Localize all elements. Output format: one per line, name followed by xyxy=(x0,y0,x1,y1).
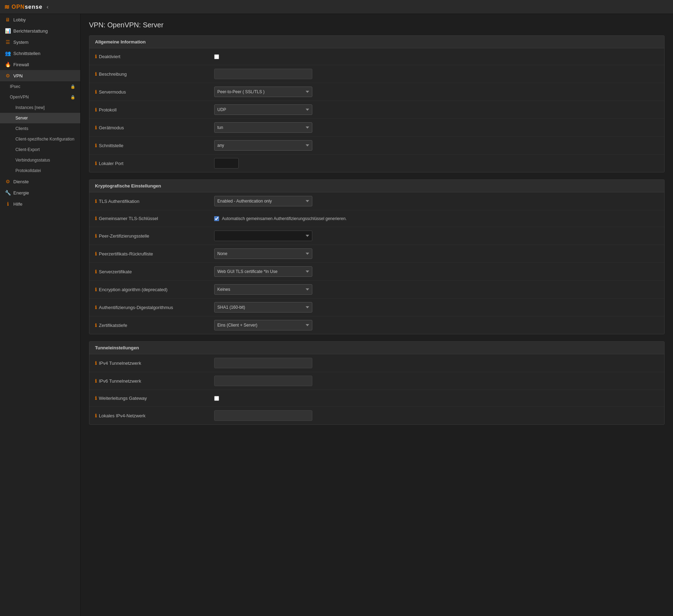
lock-icon: 🔒 xyxy=(70,95,75,100)
tls-auth-select[interactable]: Disabled Enabled - Authentication only E… xyxy=(214,196,312,206)
info-icon: ℹ xyxy=(95,378,97,384)
sidebar-item-system[interactable]: ☰ System xyxy=(0,36,80,48)
geraetemodus-select[interactable]: tun tap xyxy=(214,122,312,133)
sidebar-item-verbindungsstatus[interactable]: Verbindungsstatus xyxy=(0,155,80,165)
sidebar-item-dienste[interactable]: ⚙ Dienste xyxy=(0,176,80,187)
info-icon: ℹ xyxy=(95,54,97,59)
ipv6-tunnel-input[interactable] xyxy=(214,376,312,386)
lokales-ipv4-row: ℹ Lokales IPv4-Netzwerk xyxy=(89,407,664,424)
logo: ≋ OPNsense xyxy=(4,3,42,11)
sidebar-item-firewall[interactable]: 🔥 Firewall xyxy=(0,59,80,70)
beschreibung-control xyxy=(214,69,659,79)
logo-icon: ≋ xyxy=(4,3,9,11)
sidebar-item-label: VPN xyxy=(13,73,23,78)
cert-depth-label: ℹ Zertifikatstiefe xyxy=(95,323,214,328)
servermodus-label: ℹ Servermodus xyxy=(95,89,214,95)
firewall-icon: 🔥 xyxy=(5,62,11,67)
ipv4-tunnel-control xyxy=(214,358,659,368)
lobby-icon: 🖥 xyxy=(5,17,11,22)
sidebar-item-energie[interactable]: 🔧 Energie xyxy=(0,187,80,198)
protokoll-select[interactable]: UDP TCP UDP6 TCP6 xyxy=(214,104,312,115)
auth-digest-row: ℹ Authentifizierungs-Digestalgorithmus S… xyxy=(89,299,664,316)
auth-digest-control: SHA1 (160-bit) SHA256 (256-bit) SHA512 (… xyxy=(214,302,659,313)
schnittstelle-label: ℹ Schnittstelle xyxy=(95,143,214,148)
info-icon: ℹ xyxy=(95,107,97,112)
sidebar-item-label: Lobby xyxy=(13,17,26,22)
info-icon: ℹ xyxy=(95,143,97,148)
cert-depth-select[interactable]: Eins (Client + Server) Zwei Drei Vier Fü… xyxy=(214,320,312,330)
tls-auth-row: ℹ TLS Authentifikation Disabled Enabled … xyxy=(89,192,664,210)
lokaler-port-control xyxy=(214,158,659,169)
sidebar-item-instances-new[interactable]: Instances [new] xyxy=(0,102,80,113)
lokales-ipv4-control xyxy=(214,410,659,421)
geraetemodus-control: tun tap xyxy=(214,122,659,133)
sidebar-item-vpn[interactable]: ⚙ VPN xyxy=(0,70,80,81)
ipv4-tunnel-label: ℹ IPv4 Tunnelnetzwerk xyxy=(95,361,214,366)
general-section-header: Allgemeine Information xyxy=(89,36,664,48)
sidebar-item-client-export[interactable]: Client-Export xyxy=(0,144,80,155)
info-icon: ℹ xyxy=(95,251,97,256)
cert-depth-row: ℹ Zertifikatstiefe Eins (Client + Server… xyxy=(89,316,664,334)
tls-key-label: ℹ Gemeinsamer TLS-Schlüssel xyxy=(95,216,214,221)
server-cert-label: ℹ Serverzertifikate xyxy=(95,269,214,274)
info-icon: ℹ xyxy=(95,413,97,418)
system-icon: ☰ xyxy=(5,39,11,45)
sidebar-item-lobby[interactable]: 🖥 Lobby xyxy=(0,14,80,25)
info-icon: ℹ xyxy=(95,199,97,204)
sidebar-item-clients[interactable]: Clients xyxy=(0,123,80,134)
enc-algo-select[interactable]: Keines AES-128-CBC AES-256-CBC BF-CBC xyxy=(214,284,312,295)
info-icon: ℹ xyxy=(95,161,97,166)
dienste-icon: ⚙ xyxy=(5,179,11,184)
sidebar-item-client-config[interactable]: Client-spezifische Konfiguration xyxy=(0,134,80,144)
interfaces-icon: 👥 xyxy=(5,50,11,56)
sidebar-item-ipsec[interactable]: IPsec 🔒 xyxy=(0,81,80,92)
info-icon: ℹ xyxy=(95,216,97,221)
info-icon: ℹ xyxy=(95,323,97,328)
sidebar-item-label: Verbindungsstatus xyxy=(15,158,50,163)
beschreibung-input[interactable] xyxy=(214,69,312,79)
info-icon: ℹ xyxy=(95,71,97,77)
protokoll-row: ℹ Protokoll UDP TCP UDP6 TCP6 xyxy=(89,101,664,119)
sidebar: 🖥 Lobby 📊 Berichterstattung ☰ System 👥 S… xyxy=(0,14,81,616)
sidebar-item-label: Schnittstellen xyxy=(13,51,40,56)
weiterleitungs-gw-checkbox[interactable] xyxy=(214,396,219,401)
sidebar-item-hilfe[interactable]: ℹ Hilfe xyxy=(0,198,80,210)
sidebar-item-schnittstellen[interactable]: 👥 Schnittstellen xyxy=(0,48,80,59)
sidebar-item-label: Server xyxy=(15,116,28,121)
protokoll-control: UDP TCP UDP6 TCP6 xyxy=(214,104,659,115)
enc-algo-control: Keines AES-128-CBC AES-256-CBC BF-CBC xyxy=(214,284,659,295)
sidebar-item-protokolldatei[interactable]: Protokolldatei xyxy=(0,165,80,176)
deaktiviert-row: ℹ Deaktiviert xyxy=(89,48,664,65)
schnittstelle-row: ℹ Schnittstelle any WAN LAN OPT1 xyxy=(89,137,664,155)
tunnel-section-header: Tunneleinstellungen xyxy=(89,342,664,354)
ipv4-tunnel-input[interactable] xyxy=(214,358,312,368)
lokaler-port-input[interactable] xyxy=(214,158,239,169)
sidebar-item-label: Protokolldatei xyxy=(15,168,41,173)
sidebar-item-label: Client-Export xyxy=(15,147,40,152)
sidebar-item-label: Dienste xyxy=(13,179,29,184)
ipv6-tunnel-label: ℹ IPv6 Tunnelnetzwerk xyxy=(95,378,214,384)
sidebar-item-berichterstattung[interactable]: 📊 Berichterstattung xyxy=(0,25,80,36)
collapse-button[interactable]: ‹ xyxy=(47,4,48,10)
enc-algo-row: ℹ Encryption algorithm (deprecated) Kein… xyxy=(89,281,664,299)
sidebar-item-label: Energie xyxy=(13,190,29,196)
peer-revoke-select[interactable]: None xyxy=(214,248,312,259)
tls-auth-label: ℹ TLS Authentifikation xyxy=(95,199,214,204)
servermodus-select[interactable]: Peer-to-Peer ( SSL/TLS ) Peer-to-Peer ( … xyxy=(214,87,312,97)
lokales-ipv4-input[interactable] xyxy=(214,410,312,421)
schnittstelle-select[interactable]: any WAN LAN OPT1 xyxy=(214,140,312,151)
peer-cert-select[interactable] xyxy=(214,231,312,241)
beschreibung-label: ℹ Beschreibung xyxy=(95,71,214,77)
server-cert-select[interactable]: Web GUI TLS certificate *In Use xyxy=(214,266,312,277)
deaktiviert-control xyxy=(214,54,659,59)
deaktiviert-checkbox[interactable] xyxy=(214,54,219,59)
auth-digest-select[interactable]: SHA1 (160-bit) SHA256 (256-bit) SHA512 (… xyxy=(214,302,312,313)
info-icon: ℹ xyxy=(95,89,97,95)
tls-key-checkbox[interactable] xyxy=(214,216,219,221)
deaktiviert-label: ℹ Deaktiviert xyxy=(95,54,214,59)
sidebar-item-server[interactable]: Server xyxy=(0,113,80,123)
general-section: Allgemeine Information ℹ Deaktiviert ℹ B… xyxy=(89,35,665,172)
cert-depth-control: Eins (Client + Server) Zwei Drei Vier Fü… xyxy=(214,320,659,330)
weiterleitungs-gw-label: ℹ Weiterleitungs Gateway xyxy=(95,396,214,401)
sidebar-item-openvpn[interactable]: OpenVPN 🔒 xyxy=(0,92,80,102)
